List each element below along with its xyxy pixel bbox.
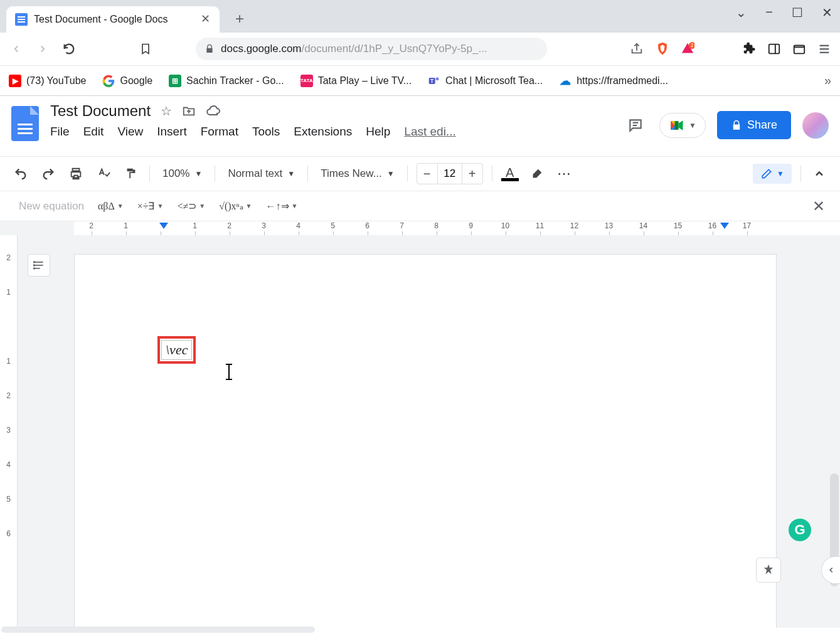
font-select[interactable]: Times New...▼: [317, 167, 398, 180]
extensions-icon[interactable]: [742, 42, 756, 56]
horizontal-ruler[interactable]: 211234567891011121314151617: [0, 221, 840, 235]
equation-input[interactable]: \vec: [161, 340, 192, 360]
cloud-status-icon[interactable]: [206, 103, 221, 119]
editing-mode-button[interactable]: ▼: [753, 164, 792, 184]
window-controls: ⌄ − ☐ ✕: [736, 5, 832, 20]
close-window-button[interactable]: ✕: [822, 5, 832, 20]
bookmark-youtube[interactable]: ▶(73) YouTube: [9, 75, 86, 87]
brave-shields-icon[interactable]: [656, 41, 669, 56]
new-equation-label[interactable]: New equation: [19, 200, 84, 213]
docs-favicon: [15, 13, 28, 26]
address-bar[interactable]: docs.google.com/document/d/1hP_y_UsnQ7Yo…: [196, 38, 547, 60]
bookmark-teams[interactable]: TChat | Microsoft Tea...: [428, 75, 543, 87]
font-size-control: − +: [417, 163, 483, 184]
last-edit-link[interactable]: Last edi...: [404, 125, 455, 139]
equation-toolbar: New equation αβΔ▼ ×÷∃▼ <≠⊃▼ √()xⁿₐ▼ ←↑⇒▼…: [0, 191, 840, 221]
menu-help[interactable]: Help: [366, 125, 390, 139]
menu-extensions[interactable]: Extensions: [294, 125, 352, 139]
document-outline-button[interactable]: [28, 254, 50, 277]
indent-marker-left[interactable]: [159, 223, 168, 229]
reload-button[interactable]: [61, 41, 77, 56]
svg-text:T: T: [430, 77, 433, 83]
highlight-button[interactable]: [528, 164, 546, 183]
minimize-button[interactable]: −: [765, 5, 773, 20]
menu-edit[interactable]: Edit: [83, 125, 104, 139]
text-color-button[interactable]: A: [501, 167, 519, 181]
bookmarks-overflow[interactable]: »: [824, 73, 831, 88]
svg-rect-5: [820, 45, 829, 46]
sidepanel-icon[interactable]: [767, 42, 781, 56]
font-size-decrease[interactable]: −: [417, 164, 437, 184]
eq-arrows-button[interactable]: ←↑⇒▼: [266, 200, 298, 212]
star-icon[interactable]: ☆: [161, 103, 172, 119]
wallet-icon[interactable]: [792, 42, 806, 56]
bookmark-icon[interactable]: [138, 41, 153, 56]
font-size-input[interactable]: [437, 164, 462, 184]
main-toolbar: 100%▼ Normal text▼ Times New...▼ − + A ⋯…: [0, 156, 840, 191]
redo-button[interactable]: [39, 164, 58, 183]
svg-rect-6: [820, 48, 829, 50]
document-page[interactable]: \vec: [74, 254, 777, 628]
svg-point-17: [34, 265, 35, 266]
svg-rect-7: [820, 52, 829, 53]
zoom-select[interactable]: 100%▼: [159, 167, 206, 180]
svg-rect-2: [769, 45, 780, 54]
bookmark-tataplay[interactable]: TATATata Play – Live TV...: [300, 75, 412, 87]
indent-marker-right[interactable]: [720, 223, 729, 229]
style-select[interactable]: Normal text▼: [224, 167, 299, 180]
menu-insert[interactable]: Insert: [157, 125, 187, 139]
print-button[interactable]: [66, 164, 85, 183]
close-equation-toolbar[interactable]: ✕: [812, 198, 825, 215]
url-text: docs.google.com/document/d/1hP_y_UsnQ7Yo…: [221, 43, 487, 55]
share-url-icon[interactable]: [629, 41, 644, 56]
undo-button[interactable]: [11, 164, 30, 183]
lock-icon: [205, 44, 215, 54]
user-avatar[interactable]: [802, 112, 829, 139]
collapse-toolbar-button[interactable]: [810, 164, 829, 183]
svg-point-10: [436, 77, 439, 80]
eq-relations-button[interactable]: <≠⊃▼: [177, 200, 205, 212]
brave-rewards-icon[interactable]: 2: [681, 42, 694, 56]
move-folder-icon[interactable]: [182, 104, 196, 118]
eq-operators-button[interactable]: ×÷∃▼: [137, 200, 164, 212]
vertical-ruler[interactable]: 21123456: [0, 235, 18, 628]
menu-file[interactable]: File: [50, 125, 70, 139]
meet-button[interactable]: ▼: [659, 113, 706, 138]
menu-tools[interactable]: Tools: [252, 125, 280, 139]
font-size-increase[interactable]: +: [462, 164, 482, 184]
tab-title: Test Document - Google Docs: [34, 14, 193, 25]
menu-format[interactable]: Format: [201, 125, 238, 139]
forward-button[interactable]: [35, 41, 50, 56]
lock-icon: [731, 120, 742, 131]
menu-bar: File Edit View Insert Format Tools Exten…: [50, 125, 623, 139]
spellcheck-button[interactable]: [94, 164, 113, 183]
share-button[interactable]: Share: [717, 111, 791, 139]
docs-logo[interactable]: [11, 106, 39, 141]
svg-point-16: [34, 262, 35, 263]
svg-point-18: [34, 268, 35, 269]
menu-view[interactable]: View: [117, 125, 143, 139]
explore-button[interactable]: [756, 557, 781, 583]
eq-greek-button[interactable]: αβΔ▼: [98, 201, 124, 212]
equation-highlight-box: \vec: [157, 336, 196, 364]
back-button[interactable]: [9, 41, 24, 56]
new-tab-button[interactable]: +: [231, 11, 248, 28]
bookmarks-bar: ▶(73) YouTube Google ⊞Sachin Tracker - G…: [0, 65, 840, 95]
maximize-button[interactable]: ☐: [792, 5, 803, 20]
eq-math-button[interactable]: √()xⁿₐ▼: [219, 200, 252, 212]
comments-icon[interactable]: [623, 113, 648, 138]
bookmark-sheets[interactable]: ⊞Sachin Tracker - Go...: [169, 75, 284, 87]
grammarly-button[interactable]: G: [789, 519, 811, 541]
tabs-dropdown-icon[interactable]: ⌄: [736, 5, 747, 20]
more-toolbar-button[interactable]: ⋯: [555, 164, 574, 183]
close-tab-button[interactable]: ✕: [199, 14, 211, 25]
svg-text:2: 2: [691, 43, 694, 48]
document-title[interactable]: Test Document: [50, 102, 151, 120]
paint-format-button[interactable]: [122, 164, 141, 183]
bookmark-google[interactable]: Google: [102, 75, 152, 87]
text-cursor: [228, 365, 230, 379]
bookmark-framedmedi[interactable]: ☁https://framedmedi...: [559, 75, 668, 87]
browser-menu-icon[interactable]: [817, 42, 831, 56]
horizontal-scrollbar[interactable]: [1, 626, 315, 633]
browser-tab[interactable]: Test Document - Google Docs ✕: [6, 6, 220, 33]
